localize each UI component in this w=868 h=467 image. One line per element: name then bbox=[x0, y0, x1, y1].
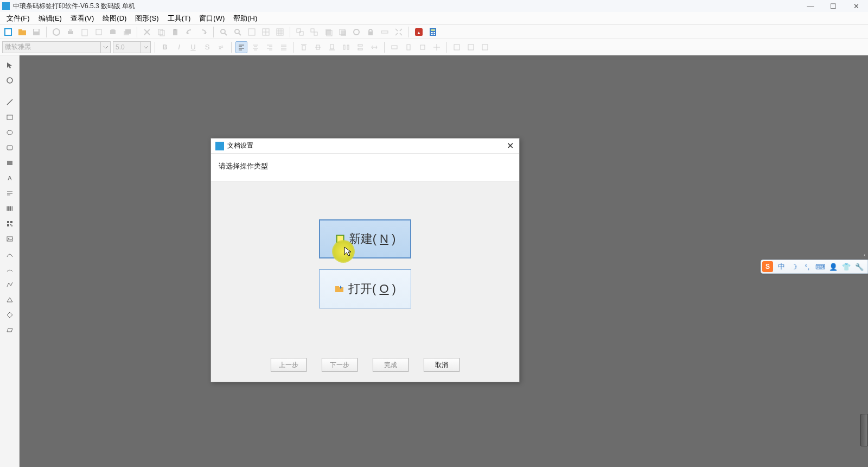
preview-button[interactable] bbox=[79, 26, 91, 38]
align-top-button[interactable] bbox=[298, 41, 310, 53]
arc-tool[interactable] bbox=[3, 263, 17, 276]
same-width-button[interactable] bbox=[388, 41, 400, 53]
menu-draw[interactable]: 绘图(D) bbox=[98, 12, 131, 24]
ellipse-tool[interactable] bbox=[3, 126, 17, 139]
menu-view[interactable]: 查看(V) bbox=[66, 12, 98, 24]
ruler-button[interactable] bbox=[379, 26, 391, 38]
same-height-button[interactable] bbox=[403, 41, 414, 53]
ime-settings-icon[interactable]: 🔧 bbox=[854, 263, 864, 271]
doc-settings-button[interactable] bbox=[93, 26, 105, 38]
next-button[interactable]: 下一步 bbox=[322, 358, 358, 372]
maximize-button[interactable]: ☐ bbox=[827, 2, 840, 10]
underline-button[interactable]: U bbox=[187, 41, 199, 53]
same-size-button[interactable] bbox=[417, 41, 429, 53]
open-doc-button[interactable] bbox=[16, 26, 28, 38]
send-back-button[interactable] bbox=[336, 26, 348, 38]
italic-button[interactable]: I bbox=[173, 41, 185, 53]
cut-button[interactable] bbox=[141, 26, 153, 38]
zoom-in-button[interactable] bbox=[218, 26, 229, 38]
menu-file[interactable]: 文件(F) bbox=[2, 12, 34, 24]
extra3-button[interactable] bbox=[479, 41, 491, 53]
save-button[interactable] bbox=[30, 26, 42, 38]
align-left-button[interactable] bbox=[235, 41, 247, 53]
undo-button[interactable] bbox=[183, 26, 195, 38]
bold-button[interactable]: B bbox=[159, 41, 171, 53]
distribute-v-button[interactable] bbox=[354, 41, 366, 53]
font-size-input[interactable]: 5.0 bbox=[113, 41, 151, 53]
font-family-select[interactable]: 微软雅黑 bbox=[2, 41, 111, 53]
group-button[interactable] bbox=[294, 26, 306, 38]
line-tool[interactable] bbox=[3, 96, 17, 109]
rect-tool[interactable] bbox=[3, 111, 17, 124]
menu-tool[interactable]: 工具(T) bbox=[163, 12, 195, 24]
grid-button[interactable] bbox=[260, 26, 272, 38]
new-document-button[interactable]: 新建(N) bbox=[319, 219, 411, 258]
ime-punct-icon[interactable]: °, bbox=[802, 263, 812, 271]
diamond-tool[interactable] bbox=[3, 308, 17, 321]
qrcode-tool[interactable] bbox=[3, 217, 17, 230]
ime-skin-icon[interactable]: 👕 bbox=[841, 263, 851, 271]
equal-width-button[interactable] bbox=[368, 41, 380, 53]
ime-keyboard-icon[interactable]: ⌨ bbox=[815, 263, 825, 271]
redo-button[interactable] bbox=[197, 26, 209, 38]
scrollbar-thumb[interactable] bbox=[860, 414, 868, 446]
ime-moon-icon[interactable]: ☽ bbox=[789, 263, 799, 271]
roundrect-tool[interactable] bbox=[3, 141, 17, 154]
polyline-tool[interactable] bbox=[3, 278, 17, 291]
calculator-button[interactable] bbox=[427, 26, 439, 38]
align-bottom-button[interactable] bbox=[326, 41, 338, 53]
pan-tool[interactable] bbox=[3, 74, 17, 87]
print-button[interactable] bbox=[65, 26, 76, 38]
strike-button[interactable]: S bbox=[201, 41, 213, 53]
bring-front-button[interactable] bbox=[322, 26, 334, 38]
close-button[interactable]: ✕ bbox=[850, 2, 863, 10]
canvas-area[interactable]: ‹ 文档设置 ✕ 请选择操作类型 新建(N) bbox=[20, 55, 868, 467]
finish-button[interactable]: 完成 bbox=[373, 358, 409, 372]
refresh-button[interactable] bbox=[50, 26, 62, 38]
copy-button[interactable] bbox=[155, 26, 167, 38]
zoom-out-button[interactable] bbox=[232, 26, 244, 38]
image-tool[interactable] bbox=[3, 232, 17, 245]
lock-button[interactable] bbox=[365, 26, 376, 38]
distribute-h-button[interactable] bbox=[340, 41, 352, 53]
align-center-button[interactable] bbox=[250, 41, 261, 53]
richtext-tool[interactable] bbox=[3, 187, 17, 200]
parallelogram-tool[interactable] bbox=[3, 324, 17, 337]
align-right-button[interactable] bbox=[264, 41, 276, 53]
fit-button[interactable] bbox=[246, 26, 258, 38]
paste-button[interactable] bbox=[169, 26, 181, 38]
database-button[interactable] bbox=[107, 26, 119, 38]
open-document-button[interactable]: 打开(O) bbox=[319, 269, 411, 308]
ime-toolbar[interactable]: S 中 ☽ °, ⌨ 👤 👕 🔧 bbox=[761, 260, 868, 274]
curve-tool[interactable] bbox=[3, 248, 17, 261]
text-tool[interactable]: A bbox=[3, 172, 17, 185]
menu-edit[interactable]: 编辑(E) bbox=[34, 12, 66, 24]
ungroup-button[interactable] bbox=[308, 26, 320, 38]
ime-person-icon[interactable]: 👤 bbox=[828, 263, 838, 271]
extra1-button[interactable] bbox=[451, 41, 463, 53]
select-tool[interactable] bbox=[3, 59, 17, 72]
align-justify-button[interactable] bbox=[278, 41, 290, 53]
barcode-tool[interactable] bbox=[3, 202, 17, 215]
cancel-button[interactable]: 取消 bbox=[424, 358, 459, 372]
layer-button[interactable] bbox=[121, 26, 133, 38]
center-canvas-button[interactable] bbox=[431, 41, 443, 53]
triangle-tool[interactable] bbox=[3, 293, 17, 306]
filled-rect-tool[interactable] bbox=[3, 156, 17, 169]
canvas-expand-handle[interactable]: ‹ bbox=[864, 251, 868, 258]
extra2-button[interactable] bbox=[465, 41, 477, 53]
pdf-button[interactable]: ▲ bbox=[413, 26, 425, 38]
align-vcenter-button[interactable] bbox=[312, 41, 324, 53]
superscript-button[interactable]: x² bbox=[215, 41, 227, 53]
grid2-button[interactable] bbox=[274, 26, 286, 38]
expand-button[interactable] bbox=[393, 26, 405, 38]
prev-button[interactable]: 上一步 bbox=[271, 358, 307, 372]
rotate-button[interactable] bbox=[350, 26, 362, 38]
menu-window[interactable]: 窗口(W) bbox=[195, 12, 229, 24]
menu-shape[interactable]: 图形(S) bbox=[131, 12, 163, 24]
new-doc-button[interactable] bbox=[2, 26, 14, 38]
ime-lang[interactable]: 中 bbox=[776, 262, 786, 272]
minimize-button[interactable]: — bbox=[804, 2, 817, 10]
menu-help[interactable]: 帮助(H) bbox=[229, 12, 261, 24]
dialog-close-button[interactable]: ✕ bbox=[493, 141, 515, 151]
